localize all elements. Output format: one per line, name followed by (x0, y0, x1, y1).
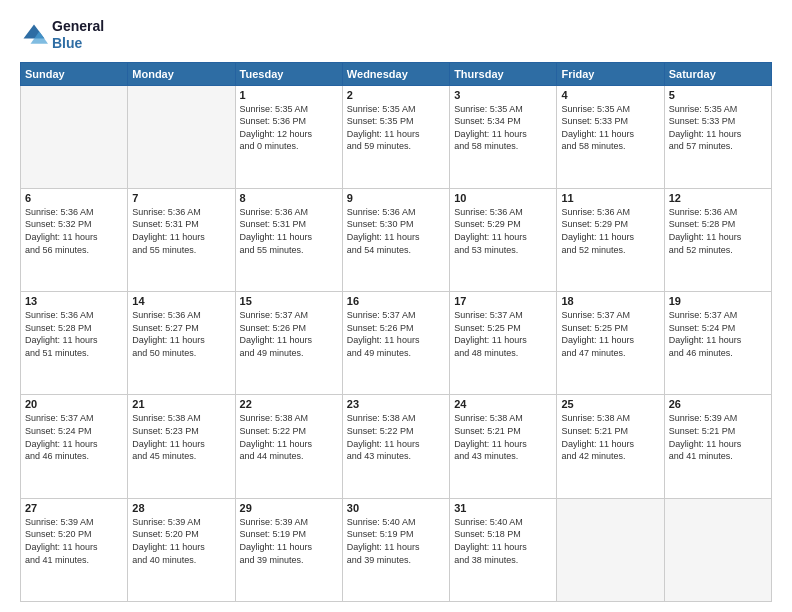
weekday-header-monday: Monday (128, 62, 235, 85)
day-number: 19 (669, 295, 767, 307)
calendar-cell (664, 498, 771, 601)
logo-text: General Blue (52, 18, 104, 52)
cell-info: Sunrise: 5:38 AMSunset: 5:22 PMDaylight:… (240, 412, 338, 462)
calendar-cell: 16Sunrise: 5:37 AMSunset: 5:26 PMDayligh… (342, 292, 449, 395)
weekday-header-wednesday: Wednesday (342, 62, 449, 85)
day-number: 5 (669, 89, 767, 101)
cell-info: Sunrise: 5:38 AMSunset: 5:22 PMDaylight:… (347, 412, 445, 462)
calendar-cell: 4Sunrise: 5:35 AMSunset: 5:33 PMDaylight… (557, 85, 664, 188)
weekday-header-row: SundayMondayTuesdayWednesdayThursdayFrid… (21, 62, 772, 85)
day-number: 24 (454, 398, 552, 410)
page: General Blue SundayMondayTuesdayWednesda… (0, 0, 792, 612)
day-number: 8 (240, 192, 338, 204)
day-number: 15 (240, 295, 338, 307)
day-number: 6 (25, 192, 123, 204)
cell-info: Sunrise: 5:37 AMSunset: 5:25 PMDaylight:… (561, 309, 659, 359)
day-number: 1 (240, 89, 338, 101)
calendar-cell: 8Sunrise: 5:36 AMSunset: 5:31 PMDaylight… (235, 188, 342, 291)
calendar-cell: 6Sunrise: 5:36 AMSunset: 5:32 PMDaylight… (21, 188, 128, 291)
day-number: 18 (561, 295, 659, 307)
weekday-header-saturday: Saturday (664, 62, 771, 85)
cell-info: Sunrise: 5:39 AMSunset: 5:20 PMDaylight:… (25, 516, 123, 566)
day-number: 17 (454, 295, 552, 307)
week-row-0: 1Sunrise: 5:35 AMSunset: 5:36 PMDaylight… (21, 85, 772, 188)
calendar-cell: 27Sunrise: 5:39 AMSunset: 5:20 PMDayligh… (21, 498, 128, 601)
cell-info: Sunrise: 5:35 AMSunset: 5:33 PMDaylight:… (669, 103, 767, 153)
day-number: 22 (240, 398, 338, 410)
calendar-cell: 11Sunrise: 5:36 AMSunset: 5:29 PMDayligh… (557, 188, 664, 291)
calendar-cell: 7Sunrise: 5:36 AMSunset: 5:31 PMDaylight… (128, 188, 235, 291)
day-number: 31 (454, 502, 552, 514)
calendar-cell (557, 498, 664, 601)
cell-info: Sunrise: 5:37 AMSunset: 5:26 PMDaylight:… (240, 309, 338, 359)
calendar-cell: 9Sunrise: 5:36 AMSunset: 5:30 PMDaylight… (342, 188, 449, 291)
day-number: 20 (25, 398, 123, 410)
calendar-cell: 14Sunrise: 5:36 AMSunset: 5:27 PMDayligh… (128, 292, 235, 395)
header: General Blue (20, 18, 772, 52)
week-row-1: 6Sunrise: 5:36 AMSunset: 5:32 PMDaylight… (21, 188, 772, 291)
cell-info: Sunrise: 5:38 AMSunset: 5:21 PMDaylight:… (454, 412, 552, 462)
day-number: 16 (347, 295, 445, 307)
day-number: 14 (132, 295, 230, 307)
cell-info: Sunrise: 5:36 AMSunset: 5:28 PMDaylight:… (25, 309, 123, 359)
calendar-cell: 26Sunrise: 5:39 AMSunset: 5:21 PMDayligh… (664, 395, 771, 498)
calendar-cell: 24Sunrise: 5:38 AMSunset: 5:21 PMDayligh… (450, 395, 557, 498)
cell-info: Sunrise: 5:35 AMSunset: 5:34 PMDaylight:… (454, 103, 552, 153)
day-number: 13 (25, 295, 123, 307)
calendar-cell: 1Sunrise: 5:35 AMSunset: 5:36 PMDaylight… (235, 85, 342, 188)
cell-info: Sunrise: 5:36 AMSunset: 5:32 PMDaylight:… (25, 206, 123, 256)
day-number: 23 (347, 398, 445, 410)
day-number: 28 (132, 502, 230, 514)
weekday-header-sunday: Sunday (21, 62, 128, 85)
cell-info: Sunrise: 5:38 AMSunset: 5:21 PMDaylight:… (561, 412, 659, 462)
calendar-cell: 2Sunrise: 5:35 AMSunset: 5:35 PMDaylight… (342, 85, 449, 188)
day-number: 10 (454, 192, 552, 204)
day-number: 2 (347, 89, 445, 101)
cell-info: Sunrise: 5:36 AMSunset: 5:30 PMDaylight:… (347, 206, 445, 256)
calendar-cell: 3Sunrise: 5:35 AMSunset: 5:34 PMDaylight… (450, 85, 557, 188)
calendar-cell (128, 85, 235, 188)
day-number: 12 (669, 192, 767, 204)
cell-info: Sunrise: 5:37 AMSunset: 5:25 PMDaylight:… (454, 309, 552, 359)
cell-info: Sunrise: 5:35 AMSunset: 5:36 PMDaylight:… (240, 103, 338, 153)
day-number: 30 (347, 502, 445, 514)
cell-info: Sunrise: 5:36 AMSunset: 5:31 PMDaylight:… (240, 206, 338, 256)
calendar-cell: 13Sunrise: 5:36 AMSunset: 5:28 PMDayligh… (21, 292, 128, 395)
cell-info: Sunrise: 5:38 AMSunset: 5:23 PMDaylight:… (132, 412, 230, 462)
cell-info: Sunrise: 5:36 AMSunset: 5:29 PMDaylight:… (561, 206, 659, 256)
cell-info: Sunrise: 5:36 AMSunset: 5:31 PMDaylight:… (132, 206, 230, 256)
week-row-4: 27Sunrise: 5:39 AMSunset: 5:20 PMDayligh… (21, 498, 772, 601)
calendar-cell: 25Sunrise: 5:38 AMSunset: 5:21 PMDayligh… (557, 395, 664, 498)
calendar-cell: 20Sunrise: 5:37 AMSunset: 5:24 PMDayligh… (21, 395, 128, 498)
day-number: 29 (240, 502, 338, 514)
calendar-cell (21, 85, 128, 188)
day-number: 21 (132, 398, 230, 410)
logo: General Blue (20, 18, 104, 52)
day-number: 4 (561, 89, 659, 101)
cell-info: Sunrise: 5:37 AMSunset: 5:24 PMDaylight:… (25, 412, 123, 462)
day-number: 27 (25, 502, 123, 514)
weekday-header-thursday: Thursday (450, 62, 557, 85)
calendar-cell: 12Sunrise: 5:36 AMSunset: 5:28 PMDayligh… (664, 188, 771, 291)
calendar-cell: 31Sunrise: 5:40 AMSunset: 5:18 PMDayligh… (450, 498, 557, 601)
calendar-cell: 5Sunrise: 5:35 AMSunset: 5:33 PMDaylight… (664, 85, 771, 188)
day-number: 7 (132, 192, 230, 204)
calendar-cell: 19Sunrise: 5:37 AMSunset: 5:24 PMDayligh… (664, 292, 771, 395)
calendar-cell: 15Sunrise: 5:37 AMSunset: 5:26 PMDayligh… (235, 292, 342, 395)
cell-info: Sunrise: 5:35 AMSunset: 5:33 PMDaylight:… (561, 103, 659, 153)
cell-info: Sunrise: 5:39 AMSunset: 5:19 PMDaylight:… (240, 516, 338, 566)
cell-info: Sunrise: 5:37 AMSunset: 5:26 PMDaylight:… (347, 309, 445, 359)
calendar-cell: 22Sunrise: 5:38 AMSunset: 5:22 PMDayligh… (235, 395, 342, 498)
day-number: 11 (561, 192, 659, 204)
cell-info: Sunrise: 5:35 AMSunset: 5:35 PMDaylight:… (347, 103, 445, 153)
week-row-2: 13Sunrise: 5:36 AMSunset: 5:28 PMDayligh… (21, 292, 772, 395)
cell-info: Sunrise: 5:36 AMSunset: 5:28 PMDaylight:… (669, 206, 767, 256)
cell-info: Sunrise: 5:39 AMSunset: 5:20 PMDaylight:… (132, 516, 230, 566)
cell-info: Sunrise: 5:36 AMSunset: 5:29 PMDaylight:… (454, 206, 552, 256)
calendar-cell: 28Sunrise: 5:39 AMSunset: 5:20 PMDayligh… (128, 498, 235, 601)
day-number: 26 (669, 398, 767, 410)
week-row-3: 20Sunrise: 5:37 AMSunset: 5:24 PMDayligh… (21, 395, 772, 498)
day-number: 9 (347, 192, 445, 204)
calendar-cell: 18Sunrise: 5:37 AMSunset: 5:25 PMDayligh… (557, 292, 664, 395)
calendar-cell: 17Sunrise: 5:37 AMSunset: 5:25 PMDayligh… (450, 292, 557, 395)
